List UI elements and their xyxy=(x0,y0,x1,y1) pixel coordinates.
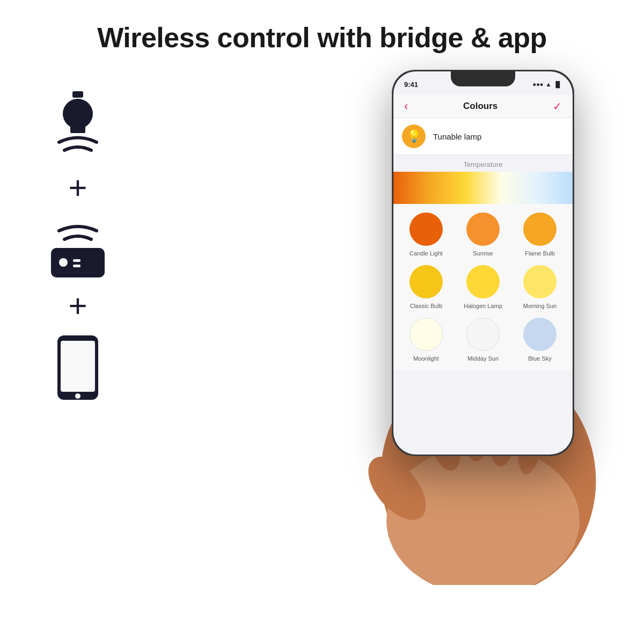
morning-sun-circle xyxy=(523,265,557,298)
lamp-icon: 💡 xyxy=(402,125,426,148)
status-time: 9:41 xyxy=(404,80,418,89)
app-header: ‹ Colours ✓ xyxy=(393,95,573,118)
flame-bulb-label: Flame Bulb xyxy=(525,250,555,257)
bridge-icon xyxy=(43,215,113,279)
moonlight-circle xyxy=(409,318,443,351)
classic-bulb-label: Classic Bulb xyxy=(410,303,443,309)
sunrise-label: Sunrise xyxy=(473,250,493,257)
svg-point-4 xyxy=(59,258,68,267)
lamp-row[interactable]: 💡 Tunable lamp xyxy=(393,118,573,155)
halogen-lamp-label: Halogen Lamp xyxy=(464,303,502,309)
svg-rect-5 xyxy=(73,259,80,262)
color-item-blue-sky[interactable]: Blue Sky xyxy=(514,318,566,362)
color-item-flame-bulb[interactable]: Flame Bulb xyxy=(514,213,566,257)
svg-rect-8 xyxy=(61,341,95,392)
color-item-candle-light[interactable]: Candle Light xyxy=(400,213,452,257)
temperature-gradient-bar[interactable] xyxy=(393,172,573,204)
midday-sun-circle xyxy=(466,318,500,351)
blue-sky-circle xyxy=(523,318,557,351)
phone-mockup: 9:41 ●●● ▲ ▐▌ ‹ Colours ✓ 💡 Tunable lamp xyxy=(376,70,601,553)
candle-light-label: Candle Light xyxy=(409,250,443,257)
midday-sun-label: Midday Sun xyxy=(467,355,499,362)
app-screen-title: Colours xyxy=(463,101,497,112)
svg-rect-6 xyxy=(73,265,80,267)
morning-sun-label: Morning Sun xyxy=(523,303,557,309)
status-icons: ●●● ▲ ▐▌ xyxy=(533,81,562,87)
svg-rect-3 xyxy=(51,248,105,277)
page-title: Wireless control with bridge & app xyxy=(0,0,644,54)
candle-light-circle xyxy=(409,213,443,246)
color-item-midday-sun[interactable]: Midday Sun xyxy=(457,318,509,362)
color-grid: Candle Light Sunrise Flame Bulb Classic … xyxy=(393,204,573,370)
svg-point-9 xyxy=(75,393,80,399)
bulb-wifi-icon xyxy=(46,86,110,161)
svg-rect-2 xyxy=(70,125,85,133)
lamp-name: Tunable lamp xyxy=(433,132,481,141)
phone-screen: 9:41 ●●● ▲ ▐▌ ‹ Colours ✓ 💡 Tunable lamp xyxy=(393,71,573,455)
halogen-lamp-circle xyxy=(466,265,500,298)
battery-icon: ▐▌ xyxy=(553,81,562,87)
plus-icon-1: + xyxy=(68,172,87,204)
back-button[interactable]: ‹ xyxy=(404,99,408,113)
plus-icon-2: + xyxy=(68,290,87,322)
moonlight-label: Moonlight xyxy=(413,355,439,362)
svg-rect-0 xyxy=(72,91,83,98)
phone-frame: 9:41 ●●● ▲ ▐▌ ‹ Colours ✓ 💡 Tunable lamp xyxy=(392,70,574,456)
wifi-icon: ▲ xyxy=(546,81,552,87)
bulb-emoji: 💡 xyxy=(407,129,421,143)
classic-bulb-circle xyxy=(409,265,443,298)
phone-device-icon xyxy=(51,333,105,402)
color-item-moonlight[interactable]: Moonlight xyxy=(400,318,452,362)
blue-sky-label: Blue Sky xyxy=(528,355,551,362)
left-icons-panel: + + xyxy=(43,86,113,402)
svg-point-1 xyxy=(63,99,93,129)
phone-notch xyxy=(451,71,515,86)
color-item-classic-bulb[interactable]: Classic Bulb xyxy=(400,265,452,309)
color-item-sunrise[interactable]: Sunrise xyxy=(457,213,509,257)
temperature-label: Temperature xyxy=(393,155,573,172)
sunrise-circle xyxy=(466,213,500,246)
color-item-halogen-lamp[interactable]: Halogen Lamp xyxy=(457,265,509,309)
confirm-button[interactable]: ✓ xyxy=(553,100,562,113)
flame-bulb-circle xyxy=(523,213,557,246)
color-item-morning-sun[interactable]: Morning Sun xyxy=(514,265,566,309)
signal-icon: ●●● xyxy=(533,81,544,87)
